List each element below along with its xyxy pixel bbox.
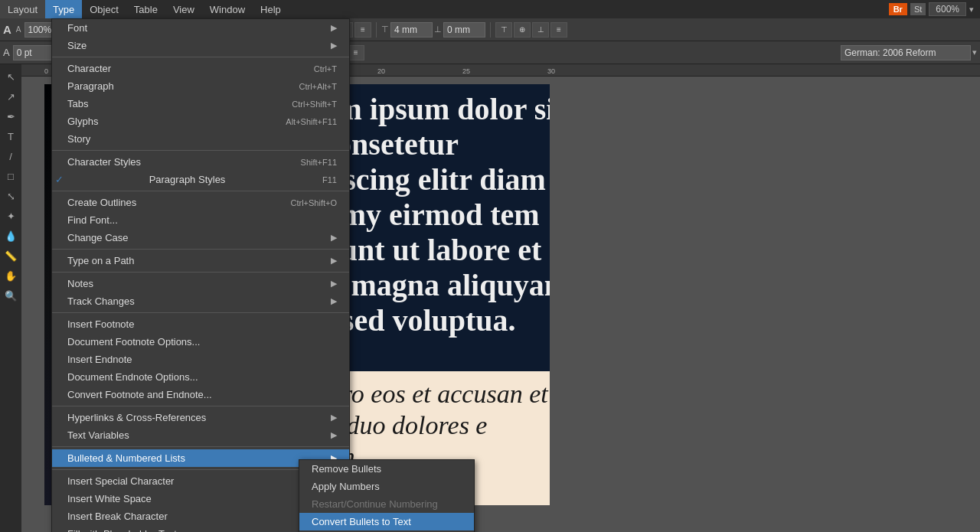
menu-create-outlines[interactable]: Create Outlines Ctrl+Shift+O (52, 194, 349, 211)
menu-paragraph[interactable]: Paragraph Ctrl+Alt+T (52, 77, 349, 95)
menu-track-changes-arrow: ▶ (331, 296, 337, 306)
valign-mid-btn[interactable]: ⊕ (514, 22, 531, 38)
menu-type-on-path-label: Type on a Path (67, 255, 134, 266)
offset-container1: ⊤ ⊥ (381, 22, 485, 38)
menu-para-styles[interactable]: ✓ Paragraph Styles F11 (52, 171, 349, 188)
submenu-convert-bullets[interactable]: Convert Bullets to Text (299, 513, 474, 530)
menu-doc-footnote-opts[interactable]: Document Footnote Options... (52, 333, 349, 351)
menu-track-changes[interactable]: Track Changes ▶ (52, 292, 349, 310)
menu-notes-arrow: ▶ (331, 279, 337, 289)
menu-find-font-label: Find Font... (67, 214, 118, 226)
para-styles-check: ✓ (55, 174, 67, 185)
offset-input2[interactable] (443, 22, 485, 38)
lang-container: ▾ (841, 45, 977, 60)
lang-dropdown-arrow[interactable]: ▾ (972, 47, 977, 57)
tool-pen[interactable]: ✒ (2, 107, 20, 126)
menu-convert-footnote[interactable]: Convert Footnote and Endnote... (52, 386, 349, 403)
menu-fill-placeholder-label: Fill with Placeholder Text (67, 528, 177, 532)
menu-insert-break-label: Insert Break Character (67, 511, 168, 522)
menubar-help[interactable]: Help (253, 0, 289, 18)
submenu-restart-numbering-label: Restart/Continue Numbering (312, 498, 438, 510)
submenu-convert-bullets-label: Convert Bullets to Text (312, 516, 411, 527)
menu-text-variables[interactable]: Text Variables ▶ (52, 426, 349, 444)
menu-create-outlines-label: Create Outlines (67, 197, 136, 208)
submenu-restart-numbering: Restart/Continue Numbering (299, 495, 474, 513)
zoom-arrow[interactable]: ▾ (969, 5, 974, 15)
bulleted-submenu: Remove Bullets Apply Numbers Restart/Con… (299, 459, 475, 532)
menu-story-label: Story (67, 133, 90, 145)
menu-glyphs-shortcut: Alt+Shift+F11 (286, 117, 337, 126)
tool-type[interactable]: T (2, 127, 20, 145)
menu-insert-endnote[interactable]: Insert Endnote (52, 351, 349, 368)
menu-doc-footnote-opts-label: Document Footnote Options... (67, 336, 200, 348)
menu-bulleted-lists-label: Bulleted & Numbered Lists (67, 452, 185, 464)
menu-hyperlinks[interactable]: Hyperlinks & Cross-References ▶ (52, 409, 349, 426)
valign-bot-btn[interactable]: ⊥ (532, 22, 549, 38)
menu-size[interactable]: Size ▶ (52, 37, 349, 54)
menu-doc-endnote-opts[interactable]: Document Endnote Options... (52, 368, 349, 386)
menu-track-changes-label: Track Changes (67, 295, 135, 307)
menubar-layout[interactable]: Layout (0, 0, 45, 18)
menu-tabs[interactable]: Tabs Ctrl+Shift+T (52, 95, 349, 113)
menu-font[interactable]: Font ▶ (52, 19, 349, 37)
menu-type-on-path[interactable]: Type on a Path ▶ (52, 252, 349, 269)
menubar-object[interactable]: Object (82, 0, 126, 18)
menubar-table[interactable]: Table (126, 0, 165, 18)
offset-input1[interactable] (390, 22, 433, 38)
align-justify-btn[interactable]: ≡ (354, 22, 371, 38)
tool-select[interactable]: ↖ (2, 67, 20, 86)
menu-glyphs[interactable]: Glyphs Alt+Shift+F11 (52, 113, 349, 130)
menu-insert-special-label: Insert Special Character (67, 475, 174, 487)
sep8 (52, 446, 349, 447)
valign-just-btn[interactable]: ≡ (550, 22, 567, 38)
tool-free[interactable]: ✦ (2, 207, 20, 225)
menu-glyphs-label: Glyphs (67, 116, 98, 127)
svg-text:25: 25 (462, 67, 470, 75)
menu-para-styles-label: Paragraph Styles (149, 174, 226, 185)
lang-dropdown-input[interactable] (841, 45, 971, 60)
font-size-icon: A (3, 23, 11, 36)
valign-top-btn[interactable]: ⊤ (495, 22, 512, 38)
submenu-apply-numbers[interactable]: Apply Numbers (299, 478, 474, 495)
tools-sidebar: ↖ ↗ ✒ T / □ ⤡ ✦ 💧 📏 ✋ 🔍 (0, 64, 21, 532)
menu-find-font[interactable]: Find Font... (52, 211, 349, 229)
tool-rect[interactable]: □ (2, 167, 20, 185)
tool-eyedrop[interactable]: 💧 (2, 227, 20, 245)
menu-character-label: Character (67, 63, 111, 74)
tool-hand[interactable]: ✋ (2, 266, 20, 285)
tool-zoom[interactable]: 🔍 (2, 286, 20, 305)
bridge-icon[interactable]: Br (889, 3, 907, 15)
tool-measure[interactable]: 📏 (2, 246, 20, 265)
menu-insert-footnote-label: Insert Footnote (67, 318, 134, 330)
tool-scale[interactable]: ⤡ (2, 187, 20, 205)
menu-change-case[interactable]: Change Case ▶ (52, 229, 349, 246)
tool-direct-select[interactable]: ↗ (2, 87, 20, 106)
menubar-type[interactable]: Type (45, 0, 82, 18)
menu-notes[interactable]: Notes ▶ (52, 275, 349, 292)
menu-text-variables-arrow: ▶ (331, 430, 337, 440)
menu-character[interactable]: Character Ctrl+T (52, 60, 349, 77)
menu-story[interactable]: Story (52, 130, 349, 148)
tb-sep6 (490, 22, 491, 38)
menu-hyperlinks-label: Hyperlinks & Cross-References (67, 412, 206, 423)
menu-change-case-arrow: ▶ (331, 233, 337, 243)
menu-doc-endnote-opts-label: Document Endnote Options... (67, 371, 198, 383)
zoom-control[interactable]: 600% (929, 2, 966, 16)
status-icon: St (910, 3, 926, 15)
svg-text:30: 30 (547, 67, 555, 75)
tool-line[interactable]: / (2, 147, 20, 165)
scale-icon: A (3, 47, 10, 58)
menu-convert-footnote-label: Convert Footnote and Endnote... (67, 389, 212, 400)
menu-insert-footnote[interactable]: Insert Footnote (52, 315, 349, 333)
menu-change-case-label: Change Case (67, 232, 129, 243)
submenu-remove-bullets[interactable]: Remove Bullets (299, 460, 474, 478)
menu-char-styles[interactable]: Character Styles Shift+F11 (52, 153, 349, 171)
font-size-icon-small: A (16, 25, 21, 34)
sep4 (52, 249, 349, 250)
svg-text:0: 0 (44, 67, 48, 75)
menu-font-arrow: ▶ (331, 23, 337, 33)
menu-tabs-shortcut: Ctrl+Shift+T (292, 100, 337, 109)
menu-insert-endnote-label: Insert Endnote (67, 354, 132, 365)
menubar-view[interactable]: View (165, 0, 202, 18)
menubar-window[interactable]: Window (202, 0, 253, 18)
